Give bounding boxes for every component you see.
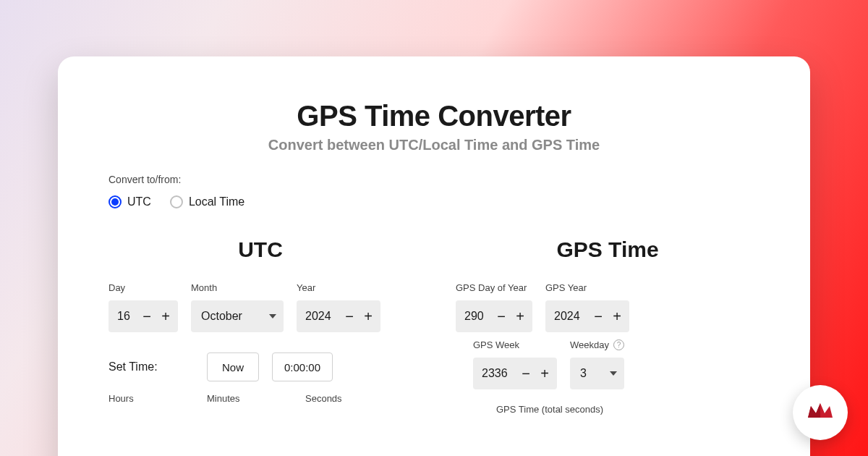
utc-year-stepper[interactable]: 2024 − + <box>297 300 380 332</box>
plus-icon[interactable]: + <box>359 300 378 332</box>
plus-icon[interactable]: + <box>511 300 529 332</box>
set-time-row: Set Time: Now 0:00:00 <box>109 352 412 381</box>
radio-local-label: Local Time <box>189 195 244 208</box>
plus-icon[interactable]: + <box>535 358 554 389</box>
gps-weekday-field: Weekday ? 3 <box>570 339 624 389</box>
utc-year-field: Year 2024 − + <box>297 282 380 332</box>
gps-weekday-select[interactable]: 3 <box>570 358 624 389</box>
gps-doy-label: GPS Day of Year <box>456 282 532 293</box>
gps-week-value: 2336 <box>482 367 516 380</box>
gps-weekday-label: Weekday <box>570 339 609 350</box>
now-button[interactable]: Now <box>207 352 259 381</box>
gps-year-label: GPS Year <box>545 282 629 293</box>
hours-label: Hours <box>109 393 194 404</box>
radio-local[interactable]: Local Time <box>170 195 244 208</box>
set-time-label: Set Time: <box>109 360 194 373</box>
gps-week-label: GPS Week <box>473 339 557 350</box>
seconds-label: Seconds <box>305 393 391 404</box>
utc-month-select[interactable]: October <box>191 300 284 332</box>
utc-day-value: 16 <box>117 310 137 323</box>
gps-year-stepper[interactable]: 2024 − + <box>545 300 629 332</box>
minus-icon[interactable]: − <box>589 300 608 332</box>
utc-day-stepper[interactable]: 16 − + <box>109 300 178 332</box>
page-title: GPS Time Converter <box>109 100 760 132</box>
utc-heading: UTC <box>109 237 412 262</box>
app-card: GPS Time Converter Convert between UTC/L… <box>58 56 810 456</box>
minus-icon[interactable]: − <box>340 300 359 332</box>
chevron-down-icon <box>610 371 617 376</box>
gps-week-row: GPS Week 2336 − + Weekday ? 3 <box>473 339 760 389</box>
convert-mode-group: UTC Local Time <box>109 195 760 208</box>
gps-week-stepper[interactable]: 2336 − + <box>473 358 557 389</box>
plus-icon[interactable]: + <box>156 300 175 332</box>
utc-column: UTC Day 16 − + Month October <box>109 237 412 415</box>
radio-checked-icon <box>109 195 122 208</box>
gps-total-seconds-label: GPS Time (total seconds) <box>496 404 760 415</box>
utc-day-label: Day <box>109 282 178 293</box>
radio-utc[interactable]: UTC <box>109 195 151 208</box>
gps-week-field: GPS Week 2336 − + <box>473 339 557 389</box>
columns: UTC Day 16 − + Month October <box>109 237 760 415</box>
gps-column: GPS Time GPS Day of Year 290 − + GPS Yea… <box>456 237 760 415</box>
zero-time-button[interactable]: 0:00:00 <box>272 352 333 381</box>
help-icon[interactable]: ? <box>613 339 624 350</box>
utc-year-label: Year <box>297 282 380 293</box>
plus-icon[interactable]: + <box>608 300 626 332</box>
utc-month-label: Month <box>191 282 284 293</box>
minus-icon[interactable]: − <box>137 300 156 332</box>
chevron-down-icon <box>269 314 276 318</box>
gps-doy-stepper[interactable]: 290 − + <box>456 300 532 332</box>
gps-weekday-label-wrap: Weekday ? <box>570 339 624 350</box>
minus-icon[interactable]: − <box>492 300 511 332</box>
radio-utc-label: UTC <box>127 195 151 208</box>
gps-year-value: 2024 <box>554 310 589 323</box>
gps-weekday-value: 3 <box>580 367 587 380</box>
utc-year-value: 2024 <box>305 310 340 323</box>
convert-mode-label: Convert to/from: <box>109 174 760 185</box>
time-labels-row: Hours Minutes Seconds <box>109 393 412 404</box>
crown-icon <box>805 397 835 428</box>
gps-doy-value: 290 <box>464 310 492 323</box>
radio-unchecked-icon <box>170 195 183 208</box>
utc-month-value: October <box>201 310 242 323</box>
minutes-label: Minutes <box>207 393 292 404</box>
utc-day-field: Day 16 − + <box>109 282 178 332</box>
page-subtitle: Convert between UTC/Local Time and GPS T… <box>109 137 760 153</box>
gps-year-field: GPS Year 2024 − + <box>545 282 629 332</box>
minus-icon[interactable]: − <box>516 358 535 389</box>
gps-doy-field: GPS Day of Year 290 − + <box>456 282 532 332</box>
utc-month-field: Month October <box>191 282 284 332</box>
brand-badge[interactable] <box>793 385 848 440</box>
gps-heading: GPS Time <box>456 237 760 262</box>
